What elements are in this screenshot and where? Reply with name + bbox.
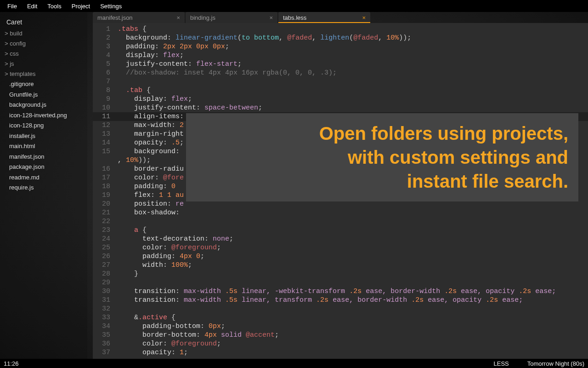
line-number: 20 <box>93 200 110 208</box>
code-line[interactable]: transition: max-width .5s linear, -webki… <box>115 287 588 296</box>
code-line[interactable] <box>115 278 588 287</box>
close-icon[interactable]: × <box>269 14 273 21</box>
code-line[interactable]: justify-content: space-between; <box>115 104 588 112</box>
code-line[interactable]: display: flex; <box>115 51 588 60</box>
status-bar: 11:26 LESS Tomorrow Night (80s) <box>0 359 588 368</box>
menubar: FileEditToolsProjectSettings <box>0 0 588 12</box>
code-line[interactable]: color: @foreground; <box>115 243 588 252</box>
code-line[interactable]: justify-content: flex-start; <box>115 60 588 69</box>
tab-manifest-json[interactable]: manifest.json× <box>93 12 185 23</box>
code-line[interactable]: &.active { <box>115 313 588 322</box>
menu-settings[interactable]: Settings <box>96 1 126 12</box>
line-number: 32 <box>93 305 110 313</box>
folder-templates[interactable]: > templates <box>0 69 87 79</box>
code-line[interactable]: background: linear-gradient(to bottom, @… <box>115 34 588 42</box>
tab-binding-js[interactable]: binding.js× <box>186 12 277 23</box>
line-number: 6 <box>93 69 110 77</box>
syntax-mode[interactable]: LESS <box>493 360 509 367</box>
code-line[interactable]: padding: 4px 0; <box>115 252 588 261</box>
file-icon-128-png[interactable]: icon-128.png <box>0 121 87 131</box>
line-gutter: 1234567891011121314151617181920212223242… <box>93 23 115 359</box>
file-installer-js[interactable]: installer.js <box>0 131 87 142</box>
code-line[interactable]: //box-shadow: inset 4px 4px 16px rgba(0,… <box>115 69 588 77</box>
code-line[interactable] <box>115 77 588 86</box>
file-manifest-json[interactable]: manifest.json <box>0 152 87 162</box>
line-number: 13 <box>93 130 110 138</box>
menu-project[interactable]: Project <box>67 1 95 12</box>
line-number: 21 <box>93 208 110 217</box>
code-line[interactable]: display: flex; <box>115 95 588 104</box>
tab-strip: manifest.json×binding.js×tabs.less× <box>87 12 588 23</box>
line-number: 14 <box>93 138 110 147</box>
code-line[interactable]: .tabs { <box>115 25 588 34</box>
file-Gruntfile-js[interactable]: Gruntfile.js <box>0 90 87 100</box>
line-number: 23 <box>93 226 110 235</box>
file-main-html[interactable]: main.html <box>0 141 87 152</box>
line-number: 8 <box>93 86 110 95</box>
code-line[interactable]: transition: max-width .5s linear, transf… <box>115 296 588 305</box>
folder-build[interactable]: > build <box>0 29 87 39</box>
folder-js[interactable]: > js <box>0 59 87 69</box>
line-number: 25 <box>93 243 110 252</box>
line-number: 35 <box>93 331 110 339</box>
line-number: 1 <box>93 25 110 34</box>
line-number: 16 <box>93 165 110 173</box>
line-number: 34 <box>93 322 110 331</box>
file-background-js[interactable]: background.js <box>0 100 87 110</box>
code-line[interactable]: opacity: 1; <box>115 348 588 357</box>
line-number: 9 <box>93 95 110 104</box>
menu-file[interactable]: File <box>3 1 22 12</box>
overlay-line: Open folders using projects, <box>196 121 568 145</box>
code-line[interactable]: color: @foreground; <box>115 339 588 348</box>
menu-tools[interactable]: Tools <box>43 1 66 12</box>
line-number: 19 <box>93 191 110 200</box>
tab-label: binding.js <box>190 14 215 21</box>
folder-config[interactable]: > config <box>0 39 87 49</box>
code-line[interactable] <box>115 217 588 226</box>
line-number: 28 <box>93 270 110 278</box>
line-number: 10 <box>93 104 110 112</box>
close-icon[interactable]: × <box>362 14 366 21</box>
line-number: 3 <box>93 42 110 51</box>
tab-label: manifest.json <box>97 14 133 21</box>
color-theme[interactable]: Tomorrow Night (80s) <box>527 360 584 367</box>
code-line[interactable]: .tab { <box>115 86 588 95</box>
file-icon-128-inverted-png[interactable]: icon-128-inverted.png <box>0 110 87 121</box>
code-line[interactable]: padding: 2px 2px 0px 0px; <box>115 42 588 51</box>
code-line[interactable]: text-decoration: none; <box>115 235 588 243</box>
line-number: 37 <box>93 348 110 357</box>
line-number: 31 <box>93 296 110 305</box>
close-icon[interactable]: × <box>176 14 180 21</box>
project-title: Caret <box>0 16 87 29</box>
sidebar: Caret > build> config> css> js> template… <box>0 12 87 359</box>
code-line[interactable]: border-bottom: 4px solid @accent; <box>115 331 588 339</box>
file-require-js[interactable]: require.js <box>0 183 87 193</box>
line-number: 36 <box>93 339 110 348</box>
code-line[interactable] <box>115 305 588 313</box>
code-line[interactable]: a { <box>115 226 588 235</box>
line-number: 7 <box>93 77 110 86</box>
line-number: 33 <box>93 313 110 322</box>
line-number: 4 <box>93 51 110 60</box>
line-number: 11 <box>93 112 115 121</box>
tab-label: tabs.less <box>283 14 306 21</box>
code-line[interactable]: width: 100%; <box>115 261 588 270</box>
line-number: 2 <box>93 34 110 42</box>
line-number: 30 <box>93 287 110 296</box>
line-number: 15 <box>93 147 110 156</box>
file-readme-md[interactable]: readme.md <box>0 172 87 183</box>
line-number: 27 <box>93 261 110 270</box>
menu-edit[interactable]: Edit <box>23 1 42 12</box>
overlay-line: instant file search. <box>196 169 568 193</box>
code-line[interactable]: padding-bottom: 0px; <box>115 322 588 331</box>
code-line[interactable]: box-shadow: <box>115 208 588 217</box>
file-package-json[interactable]: package.json <box>0 162 87 172</box>
line-number: 26 <box>93 252 110 261</box>
folder-css[interactable]: > css <box>0 49 87 59</box>
code-line[interactable]: } <box>115 270 588 278</box>
file--gitignore[interactable]: .gitignore <box>0 79 87 90</box>
line-number: 5 <box>93 60 110 69</box>
cursor-position[interactable]: 11:26 <box>4 360 19 367</box>
line-number: 22 <box>93 217 110 226</box>
tab-tabs-less[interactable]: tabs.less× <box>278 12 370 23</box>
